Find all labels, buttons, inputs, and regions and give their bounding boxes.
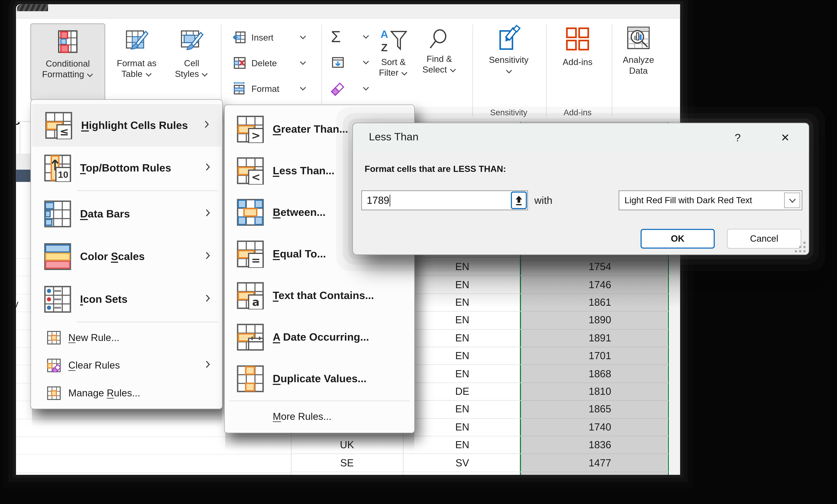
menu-item-manage-rules[interactable]: Manage Rules...	[31, 379, 222, 407]
cell-lang[interactable]: EN	[403, 276, 522, 293]
fill-button[interactable]	[331, 55, 369, 70]
dialog-close-button[interactable]: ✕	[774, 129, 796, 147]
gridline	[521, 471, 669, 472]
addins-button[interactable]: Add-ins	[558, 26, 597, 85]
table-row[interactable]: UKEN1836	[291, 436, 669, 454]
cell-lang[interactable]: EN	[403, 436, 522, 454]
equal-to-icon: =	[236, 240, 264, 268]
chevron-right-icon	[204, 120, 209, 130]
threshold-input[interactable]: 1789	[361, 190, 528, 210]
insert-label: Insert	[251, 32, 273, 42]
conditional-formatting-menu: ≤Highlight Cells Rules10Top/Bottom Rules…	[30, 99, 222, 409]
addins-icon	[565, 26, 590, 51]
chevron-down-icon	[299, 86, 306, 91]
format-as-table-label-2: Table	[122, 68, 152, 79]
cell-val[interactable]: 1477	[521, 454, 669, 471]
cell-val[interactable]: 1740	[521, 419, 669, 436]
cell-styles-button[interactable]: Cell Styles	[168, 23, 215, 100]
table-row[interactable]: SESV1477	[291, 454, 669, 472]
conditional-formatting-label-2: Formatting	[42, 69, 93, 79]
cell-lang[interactable]: SV	[403, 454, 522, 471]
eraser-icon	[330, 81, 345, 96]
autosum-button[interactable]: Σ	[331, 30, 369, 44]
clear-button[interactable]	[330, 81, 369, 97]
cell-lang[interactable]: EN	[403, 401, 522, 418]
cell-lang[interactable]: EN	[403, 330, 522, 347]
menu-item-label: Manage Rules...	[68, 387, 140, 399]
submenu-item-text-that-contains[interactable]: aText that Contains...	[225, 275, 414, 316]
format-style-value: Light Red Fill with Dark Red Text	[625, 195, 752, 205]
cell-lang[interactable]: DE	[403, 383, 522, 400]
menu-item-data-bars[interactable]: Data Bars	[31, 192, 222, 235]
cell-val[interactable]: 1701	[521, 347, 669, 365]
cell-val[interactable]: 1836	[521, 436, 669, 454]
navy-cell-fragment	[16, 170, 30, 182]
submenu-item-more-rules[interactable]: More Rules...	[225, 403, 414, 431]
analyze-data-label-2: Data	[629, 65, 648, 76]
conditional-formatting-button[interactable]: Conditional Formatting	[30, 23, 105, 100]
dialog-title: Less Than	[369, 131, 418, 143]
a-date-occurring-icon	[236, 323, 264, 351]
row-gridline	[16, 436, 291, 437]
chevron-down-icon	[87, 73, 93, 77]
conditional-formatting-icon	[56, 30, 79, 54]
cell-lang[interactable]: EN	[403, 312, 522, 329]
find-select-button[interactable]: Find & Select	[421, 25, 458, 105]
chevron-down-icon	[449, 68, 456, 73]
menu-item-icon-sets[interactable]: Icon Sets	[31, 278, 222, 321]
cell-country[interactable]: SE	[291, 454, 403, 471]
resize-grip[interactable]	[793, 242, 805, 252]
menu-item-label: Duplicate Values...	[273, 373, 367, 385]
ok-button[interactable]: OK	[641, 229, 715, 248]
cell-val[interactable]: 1891	[521, 330, 669, 347]
chevron-down-icon	[362, 35, 369, 39]
insert-button[interactable]: Insert	[233, 30, 306, 45]
delete-button[interactable]: Delete	[233, 55, 306, 70]
select-chevron-button[interactable]	[784, 192, 800, 208]
cell-lang[interactable]: EN	[403, 347, 522, 365]
collapse-dialog-button[interactable]	[511, 191, 527, 209]
analyze-data-button[interactable]: Analyze Data	[619, 25, 658, 97]
clear-rules-icon	[47, 358, 61, 372]
format-style-select[interactable]: Light Red Fill with Dark Red Text	[619, 190, 802, 210]
menu-item-label: More Rules...	[273, 411, 332, 423]
cell-lang[interactable]: EN	[403, 258, 522, 276]
cancel-button[interactable]: Cancel	[727, 229, 801, 248]
cell-val[interactable]: 1754	[521, 258, 669, 276]
chevron-right-icon	[206, 360, 210, 370]
icon-sets-icon	[44, 285, 72, 313]
submenu-item-a-date-occurring[interactable]: A Date Occurring...	[225, 316, 414, 358]
submenu-item-duplicate-values[interactable]: Duplicate Values...	[225, 358, 414, 399]
menu-item-top-bottom-rules[interactable]: 10Top/Bottom Rules	[31, 147, 222, 189]
menu-item-label: Color Scales	[80, 250, 145, 263]
cell-val[interactable]: 1810	[521, 383, 669, 400]
chevron-right-icon	[206, 251, 210, 262]
sort-filter-button[interactable]: AZ Sort & Filter	[375, 25, 412, 105]
menu-item-color-scales[interactable]: Color Scales	[31, 235, 222, 278]
sort-filter-label-2: Filter	[379, 67, 408, 78]
cell-val[interactable]: 1865	[521, 401, 669, 418]
cell-styles-label-2: Styles	[175, 68, 208, 79]
chevron-down-icon	[201, 73, 208, 77]
menu-item-label: Top/Bottom Rules	[80, 162, 171, 174]
format-as-table-button[interactable]: Format as Table	[106, 23, 167, 100]
cell-lang[interactable]: EN	[403, 294, 522, 311]
cell-val[interactable]: 1746	[521, 276, 669, 293]
cell-val[interactable]: 1890	[521, 312, 669, 329]
cell-val[interactable]: 1868	[521, 365, 669, 382]
cell-country[interactable]: UK	[291, 436, 403, 454]
cell-lang[interactable]: EN	[403, 365, 522, 382]
menu-item-new-rule[interactable]: New Rule...	[31, 324, 222, 352]
ribbon-group-divider	[546, 25, 547, 116]
cell-lang[interactable]: EN	[403, 419, 522, 436]
sensitivity-button[interactable]: Sensitivity	[489, 25, 528, 96]
svg-text:10: 10	[58, 169, 68, 180]
cell-val[interactable]: 1861	[521, 294, 669, 311]
menu-item-clear-rules[interactable]: Clear Rules	[31, 352, 222, 379]
format-button[interactable]: Format	[233, 81, 306, 96]
format-icon	[233, 81, 247, 95]
dialog-help-button[interactable]: ?	[728, 129, 747, 147]
row-gridline	[16, 454, 291, 455]
menu-item-label: A Date Occurring...	[273, 331, 369, 343]
menu-item-highlight-cells-rules[interactable]: ≤Highlight Cells Rules	[32, 104, 221, 147]
